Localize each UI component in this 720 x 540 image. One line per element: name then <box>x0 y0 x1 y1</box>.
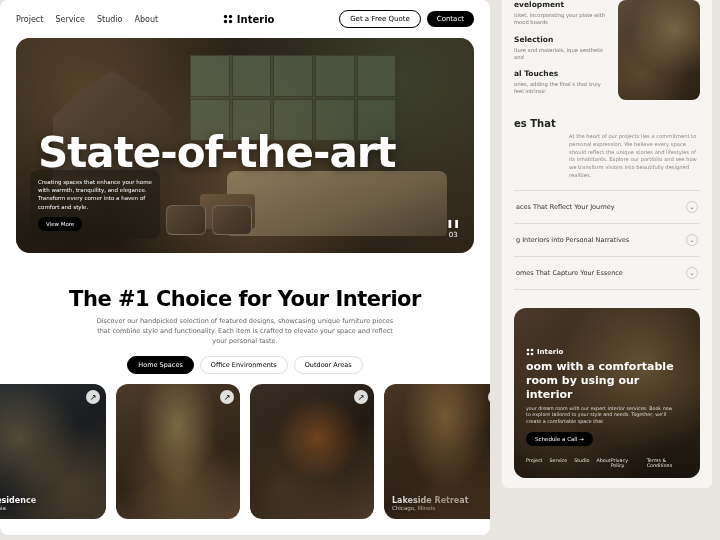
gallery-card-2[interactable]: ↗ <box>116 384 240 519</box>
quote-button[interactable]: Get a Free Quote <box>339 10 421 28</box>
accordion-label: g Interiors into Personal Narratives <box>516 236 629 244</box>
stories-desc: At the heart of our projects lies a comm… <box>514 133 700 180</box>
pause-icon[interactable]: ❚❚ <box>447 219 460 228</box>
view-more-button[interactable]: View More <box>38 217 82 231</box>
arrow-icon[interactable]: ↗ <box>220 390 234 404</box>
brand-icon <box>223 14 233 24</box>
feature-image <box>618 0 700 100</box>
accordion-item-1[interactable]: aces That Reflect Your Journey ⌄ <box>514 191 700 224</box>
nav-links: Project Service Studio About <box>16 15 158 24</box>
contact-button[interactable]: Contact <box>427 11 474 27</box>
feature-heading: al Touches <box>514 69 610 78</box>
section-subtext: Discover our handpicked selection of fea… <box>0 317 490 356</box>
category-tabs: Home Spaces Office Environments Outdoor … <box>0 356 490 374</box>
schedule-call-button[interactable]: Schedule a Call → <box>526 432 593 446</box>
card-title: Lakeside Retreat <box>392 496 468 505</box>
main-page: Project Service Studio About Interio Get… <box>0 0 490 535</box>
brand-logo[interactable]: Interio <box>223 14 275 25</box>
feature-text: iture and materials, ique aesthetic and <box>514 47 610 62</box>
card-label: Lakeside Retreat Chicago, Illinois <box>392 496 468 511</box>
secondary-page: evelopment icket, incorporating your pla… <box>502 0 712 488</box>
section-heading: The #1 Choice for Your Interior <box>0 271 490 317</box>
footer-nav: Project Service Studio About Privacy Pol… <box>526 458 688 468</box>
hero-thumb-2[interactable] <box>212 205 252 235</box>
footer-desc: your dream room with our expert interior… <box>526 406 676 426</box>
footer-brand-name: Interio <box>537 348 563 356</box>
svg-point-2 <box>224 20 227 23</box>
chevron-down-icon: ⌄ <box>686 201 698 213</box>
footer-nav-left: Project Service Studio About <box>526 458 611 468</box>
card-location: fornia <box>0 505 36 511</box>
footer-link[interactable]: Studio <box>574 458 589 468</box>
brand-icon <box>526 348 534 356</box>
arrow-icon[interactable]: ↗ <box>86 390 100 404</box>
gallery-card-3[interactable]: ↗ <box>250 384 374 519</box>
gallery-card-1[interactable]: ↗ Residence fornia <box>0 384 106 519</box>
accordion-item-2[interactable]: g Interiors into Personal Narratives ⌄ <box>514 224 700 257</box>
nav-link-project[interactable]: Project <box>16 15 43 24</box>
tab-outdoor[interactable]: Outdoor Areas <box>294 356 363 374</box>
footer-link[interactable]: Service <box>549 458 567 468</box>
nav-link-about[interactable]: About <box>134 15 158 24</box>
svg-point-3 <box>229 20 232 23</box>
feature-text: ories, adding the final s that truly fee… <box>514 81 610 96</box>
top-nav: Project Service Studio About Interio Get… <box>0 0 490 38</box>
footer-link[interactable]: Privacy Policy <box>611 458 640 468</box>
card-label: Residence fornia <box>0 496 36 511</box>
chevron-down-icon: ⌄ <box>686 234 698 246</box>
gallery-grid: ↗ Residence fornia ↗ ↗ ↗ Lakeside Retrea… <box>0 384 490 535</box>
card-title: Residence <box>0 496 36 505</box>
hero-bg-sofa <box>227 171 447 236</box>
accordion-label: aces That Reflect Your Journey <box>516 203 615 211</box>
footer-link[interactable]: Terms & Conditions <box>647 458 688 468</box>
arrow-icon[interactable]: ↗ <box>488 390 490 404</box>
svg-point-0 <box>224 15 227 18</box>
footer-title: oom with a comfortable room by using our… <box>526 360 688 401</box>
svg-point-6 <box>527 353 530 356</box>
footer-content: Interio oom with a comfortable room by u… <box>526 348 688 467</box>
footer-link[interactable]: Project <box>526 458 542 468</box>
hero-thumb-1[interactable] <box>166 205 206 235</box>
nav-link-studio[interactable]: Studio <box>97 15 122 24</box>
footer-nav-right: Privacy Policy Terms & Conditions <box>611 458 688 468</box>
features-list: evelopment icket, incorporating your pla… <box>514 0 610 100</box>
svg-point-4 <box>527 349 530 352</box>
hero-banner: State-of-the-art Creating spaces that en… <box>16 38 474 253</box>
accordion-label: omes That Capture Your Essence <box>516 269 623 277</box>
gallery-card-4[interactable]: ↗ Lakeside Retreat Chicago, Illinois <box>384 384 490 519</box>
footer-link[interactable]: About <box>596 458 610 468</box>
hero-counter: ❚❚ 03 <box>447 219 460 239</box>
nav-link-service[interactable]: Service <box>55 15 85 24</box>
footer-cta-card: Interio oom with a comfortable room by u… <box>514 308 700 478</box>
stories-heading: es That <box>514 118 556 129</box>
svg-point-1 <box>229 15 232 18</box>
slide-number: 03 <box>449 231 458 239</box>
footer-brand: Interio <box>526 348 688 356</box>
feature-heading: Selection <box>514 35 610 44</box>
hero-caption-card: Creating spaces that enhance your home w… <box>30 170 160 239</box>
chevron-down-icon: ⌄ <box>686 267 698 279</box>
brand-name: Interio <box>237 14 275 25</box>
feature-text: icket, incorporating your plate with moo… <box>514 12 610 27</box>
accordion-item-3[interactable]: omes That Capture Your Essence ⌄ <box>514 257 700 290</box>
svg-point-7 <box>531 353 534 356</box>
feature-heading: evelopment <box>514 0 610 9</box>
svg-point-5 <box>531 349 534 352</box>
nav-actions: Get a Free Quote Contact <box>339 10 474 28</box>
features-row: evelopment icket, incorporating your pla… <box>514 0 700 100</box>
accordion: aces That Reflect Your Journey ⌄ g Inter… <box>514 190 700 290</box>
arrow-icon[interactable]: ↗ <box>354 390 368 404</box>
card-location: Chicago, Illinois <box>392 505 468 511</box>
tab-office[interactable]: Office Environments <box>200 356 288 374</box>
tab-home-spaces[interactable]: Home Spaces <box>127 356 193 374</box>
hero-thumbnails <box>166 205 252 235</box>
hero-caption-text: Creating spaces that enhance your home w… <box>38 178 152 211</box>
